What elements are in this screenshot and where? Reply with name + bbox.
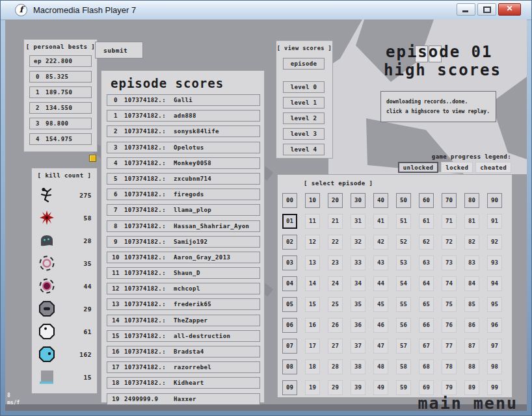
episode-cell-70[interactable]: 70: [442, 193, 457, 208]
episode-cell-71[interactable]: 71: [442, 214, 457, 229]
episode-cell-48[interactable]: 48: [373, 359, 388, 374]
episode-cell-11[interactable]: 11: [305, 214, 320, 229]
view-scores-button-level-3[interactable]: level 3: [283, 128, 325, 140]
episode-cell-29[interactable]: 29: [328, 380, 343, 395]
episode-cell-43[interactable]: 43: [373, 255, 388, 270]
episode-cell-15[interactable]: 15: [305, 297, 320, 312]
episode-cell-95[interactable]: 95: [487, 297, 502, 312]
episode-cell-30[interactable]: 30: [351, 193, 366, 208]
episode-cell-18[interactable]: 18: [305, 359, 320, 374]
titlebar[interactable]: Macromedia Flash Player 7: [1, 1, 531, 20]
episode-cell-77[interactable]: 77: [442, 339, 457, 354]
episode-cell-78[interactable]: 78: [442, 359, 457, 374]
episode-cell-60[interactable]: 60: [419, 193, 434, 208]
episode-cell-63[interactable]: 63: [419, 255, 434, 270]
highscore-row[interactable]: 0107374182.:Galli: [107, 94, 260, 106]
episode-cell-21[interactable]: 21: [328, 214, 343, 229]
episode-cell-27[interactable]: 27: [328, 339, 343, 354]
episode-cell-34[interactable]: 34: [351, 276, 366, 291]
highscore-row[interactable]: 16107374182.:Bradsta4: [107, 346, 260, 358]
episode-cell-73[interactable]: 73: [442, 255, 457, 270]
episode-cell-84[interactable]: 84: [464, 276, 479, 291]
episode-cell-90[interactable]: 90: [487, 193, 502, 208]
highscore-row[interactable]: 10107374182.:Aaron_Gray_2013: [107, 252, 260, 263]
highscore-row[interactable]: 8107374182.:Hassan_Shahriar_Ayon: [107, 220, 260, 232]
highscore-row[interactable]: 11107374182.:Shaun_D: [107, 267, 260, 279]
episode-cell-55[interactable]: 55: [396, 297, 411, 312]
highscore-row[interactable]: 13107374182.:frederik65: [107, 298, 260, 310]
episode-cell-65[interactable]: 65: [419, 297, 434, 312]
episode-cell-81[interactable]: 81: [464, 214, 479, 229]
episode-cell-89[interactable]: 89: [464, 380, 479, 395]
main-menu-button[interactable]: main menu: [418, 394, 518, 411]
episode-cell-31[interactable]: 31: [351, 214, 366, 229]
episode-cell-19[interactable]: 19: [305, 380, 320, 395]
episode-cell-86[interactable]: 86: [464, 318, 479, 333]
highscore-row[interactable]: 18107374182.:Kidheart: [107, 377, 260, 389]
episode-cell-66[interactable]: 66: [419, 318, 434, 333]
highscore-row[interactable]: 5107374182.:zxcubnm714: [107, 173, 260, 185]
episode-cell-93[interactable]: 93: [487, 255, 502, 270]
highscore-row[interactable]: 1107374182.:adn888: [107, 110, 260, 122]
episode-cell-99[interactable]: 99: [487, 380, 502, 395]
view-scores-button-episode[interactable]: episode: [283, 58, 325, 70]
episode-cell-54[interactable]: 54: [396, 276, 411, 291]
view-scores-button-level-4[interactable]: level 4: [283, 144, 325, 155]
highscore-row[interactable]: 17107374182.:razorrebel: [107, 361, 260, 373]
episode-cell-03[interactable]: 03: [282, 255, 297, 270]
highscore-row[interactable]: 3107374182.:Opelotus: [107, 142, 260, 153]
episode-cell-28[interactable]: 28: [328, 359, 343, 374]
episode-cell-69[interactable]: 69: [419, 380, 434, 395]
view-scores-button-level-1[interactable]: level 1: [283, 97, 325, 109]
episode-cell-57[interactable]: 57: [396, 339, 411, 354]
episode-cell-32[interactable]: 32: [351, 235, 366, 250]
highscore-row[interactable]: 4107374182.:Monkey0058: [107, 157, 260, 169]
episode-cell-45[interactable]: 45: [373, 297, 388, 312]
view-scores-button-level-0[interactable]: level 0: [283, 81, 325, 93]
episode-cell-87[interactable]: 87: [464, 339, 479, 354]
episode-cell-08[interactable]: 08: [282, 359, 297, 374]
highscore-row[interactable]: 12107374182.:mchcopl: [107, 283, 260, 294]
episode-cell-74[interactable]: 74: [442, 276, 457, 291]
episode-cell-46[interactable]: 46: [373, 318, 388, 333]
episode-cell-20[interactable]: 20: [328, 193, 343, 208]
episode-cell-38[interactable]: 38: [351, 359, 366, 374]
episode-cell-33[interactable]: 33: [351, 255, 366, 270]
episode-cell-13[interactable]: 13: [305, 255, 320, 270]
episode-cell-36[interactable]: 36: [351, 318, 366, 333]
episode-cell-06[interactable]: 06: [282, 318, 297, 333]
episode-cell-44[interactable]: 44: [373, 276, 388, 291]
episode-cell-52[interactable]: 52: [396, 235, 411, 250]
episode-cell-12[interactable]: 12: [305, 235, 320, 250]
episode-cell-00[interactable]: 00: [282, 193, 297, 208]
episode-cell-91[interactable]: 91: [487, 214, 502, 229]
episode-cell-92[interactable]: 92: [487, 235, 502, 250]
episode-cell-22[interactable]: 22: [328, 235, 343, 250]
episode-cell-68[interactable]: 68: [419, 359, 434, 374]
episode-cell-62[interactable]: 62: [419, 235, 434, 250]
episode-cell-39[interactable]: 39: [351, 380, 366, 395]
episode-cell-42[interactable]: 42: [373, 235, 388, 250]
episode-cell-35[interactable]: 35: [351, 297, 366, 312]
highscore-row[interactable]: 14107374182.:TheZapper: [107, 315, 260, 326]
episode-cell-40[interactable]: 40: [373, 193, 388, 208]
episode-cell-75[interactable]: 75: [442, 297, 457, 312]
minimize-button[interactable]: [457, 3, 475, 16]
episode-cell-51[interactable]: 51: [396, 214, 411, 229]
episode-cell-98[interactable]: 98: [487, 359, 502, 374]
episode-cell-05[interactable]: 05: [282, 297, 297, 312]
episode-cell-82[interactable]: 82: [464, 235, 479, 250]
episode-cell-53[interactable]: 53: [396, 255, 411, 270]
episode-cell-16[interactable]: 16: [305, 318, 320, 333]
episode-cell-02[interactable]: 02: [282, 235, 297, 250]
episode-cell-94[interactable]: 94: [487, 276, 502, 291]
episode-cell-97[interactable]: 97: [487, 339, 502, 354]
episode-cell-10[interactable]: 10: [305, 193, 320, 208]
episode-cell-41[interactable]: 41: [373, 214, 388, 229]
episode-cell-01[interactable]: 01: [282, 214, 297, 229]
episode-cell-25[interactable]: 25: [328, 297, 343, 312]
episode-cell-09[interactable]: 09: [282, 380, 297, 395]
episode-cell-79[interactable]: 79: [442, 380, 457, 395]
episode-cell-88[interactable]: 88: [464, 359, 479, 374]
episode-cell-58[interactable]: 58: [396, 359, 411, 374]
